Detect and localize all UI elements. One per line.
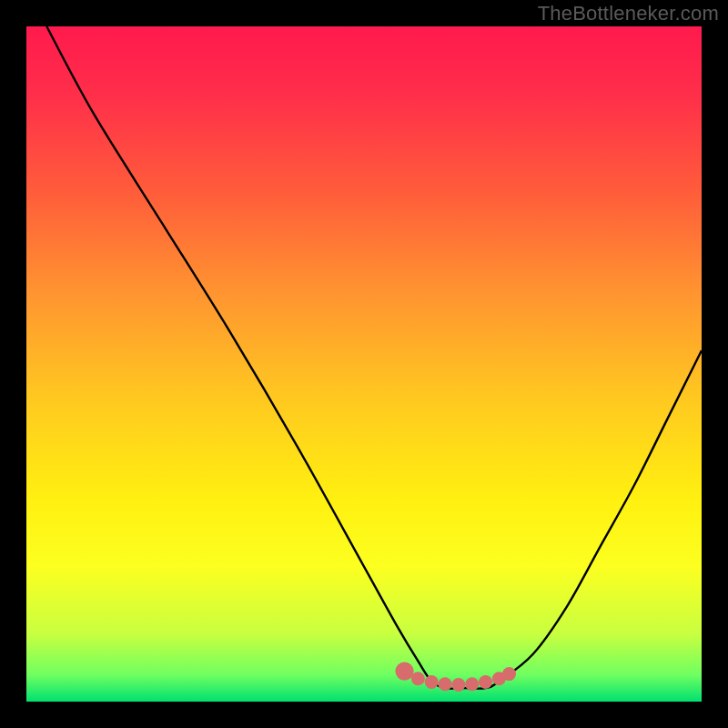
sweet-spot-point — [479, 675, 492, 689]
sweet-spot-point — [502, 667, 516, 681]
sweet-spot-point — [465, 677, 479, 691]
watermark-text: TheBottleneker.com — [538, 2, 719, 25]
chart-frame: TheBottleneker.com — [0, 0, 728, 728]
sweet-spot-point — [411, 672, 425, 685]
sweet-spot-point — [395, 662, 413, 680]
bottleneck-chart — [26, 26, 702, 702]
heatmap-background — [26, 26, 702, 702]
sweet-spot-point — [451, 678, 465, 692]
sweet-spot-point — [439, 677, 452, 691]
sweet-spot-point — [425, 675, 439, 689]
